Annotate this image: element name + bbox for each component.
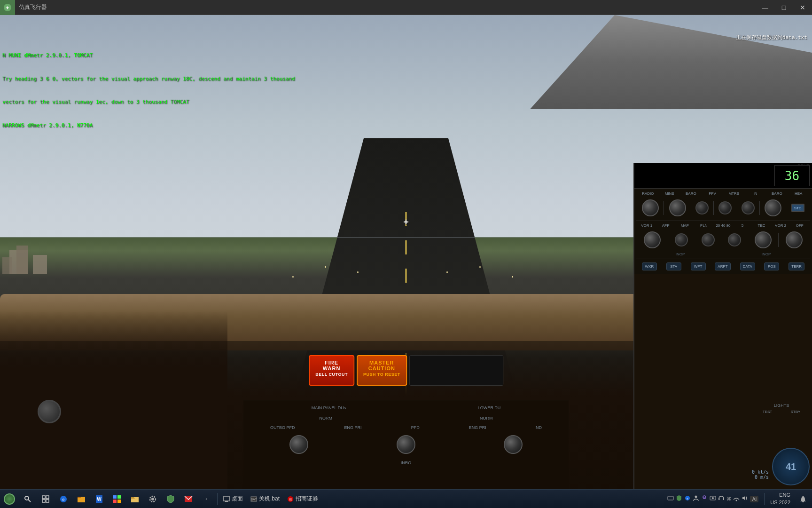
minimize-button[interactable]: — [756,0,774,15]
vor2-knob[interactable] [786,231,803,248]
edge-tray-icon[interactable]: e [684,495,691,503]
search-taskbar-button[interactable] [19,491,36,508]
lights-panel: LIGHTS TEST STBY [753,403,810,414]
desktop-app[interactable]: 桌面 [219,491,247,508]
fire-warn-button[interactable]: FIRE WARN BELL CUTOUT [309,355,354,386]
svg-rect-44 [718,498,720,500]
svg-rect-10 [42,500,45,502]
du-knob3[interactable] [504,435,523,454]
instrument-labels-row2: VOR 1 APP MAP PLN 20 40 80 5 TEC VOR 2 O… [636,222,810,229]
range-knob[interactable] [755,231,772,248]
app-title: 仿真飞行器 [19,3,756,11]
vor1-knob[interactable] [644,231,661,248]
buildings-scenery [0,222,141,293]
save-status: 正在保存磁盘数据到data.txt [736,34,807,41]
label-app: APP [659,223,673,228]
baro-knob[interactable] [695,201,709,214]
atc-msg-3: vectors for the visual runway 1ec, down … [2,98,295,106]
maximize-button[interactable]: □ [774,0,793,15]
compass-rose: 41 [772,448,810,485]
ai-button[interactable]: Ai [750,496,758,502]
network-icon[interactable] [733,495,740,503]
svg-rect-45 [723,498,725,500]
svg-rect-20 [113,500,117,503]
keyboard-icon[interactable] [667,495,674,503]
knobs-row2 [636,229,810,251]
std-btn[interactable]: STD [791,204,804,212]
start-menu-icon2[interactable] [109,491,125,508]
word-icon[interactable]: W [91,491,108,508]
speed-value1: 0 kt/s [752,469,769,475]
file-explorer-icon[interactable] [73,491,90,508]
svg-rect-21 [117,500,121,503]
fpv-knob[interactable] [718,201,732,214]
bat-app[interactable]: BAT 关机.bat [247,491,283,508]
svg-rect-11 [46,500,49,502]
data-button[interactable]: DATA [740,262,755,270]
svg-point-46 [736,500,737,501]
task-view-button[interactable] [37,491,54,508]
right-instrument-panel: COUR 36 RADIO MINS BARO FPV MTRS IN BARO… [633,163,812,508]
show-more-button[interactable]: › [198,491,215,508]
pfd-label: PFD [410,424,421,431]
arpt-button[interactable]: ARPT [715,262,730,270]
svg-text:招: 招 [289,498,292,501]
start-icon [4,493,15,505]
warning-display [409,355,503,386]
wxr-button[interactable]: WXR [642,262,657,270]
stocks-app[interactable]: 招 招商证券 [283,491,322,508]
close-button[interactable]: ✕ [793,0,812,15]
svg-rect-19 [117,495,121,499]
map-btn[interactable] [702,233,715,246]
main-knob[interactable] [38,400,61,423]
baro2-knob[interactable] [765,199,781,216]
course-value: 36 [785,169,799,183]
atc-msg-2: Try heading 3 6 0, vectors for the visua… [2,75,295,83]
volume-icon[interactable] [742,495,748,503]
notification-button[interactable] [795,491,812,508]
camera-icon[interactable] [710,495,716,503]
svg-rect-27 [224,496,229,501]
folder-icon[interactable] [126,491,143,508]
settings-icon[interactable] [144,491,161,508]
radio-knob[interactable] [642,199,659,216]
headset-icon[interactable] [718,495,725,503]
pln-btn[interactable] [728,233,741,246]
instrument-labels-row1: RADIO MINS BARO FPV MTRS IN BARO HEA [636,190,810,197]
nd-label: ND [534,424,543,431]
sta-button[interactable]: STA [666,262,681,270]
chat-icon[interactable]: ⋯ [701,495,708,503]
app-btn[interactable] [675,233,688,246]
nav-buttons-row: WXR STA WPT ARPT DATA POS TERR [636,261,810,272]
wpt-button[interactable]: WPT [691,262,706,270]
svg-text:✈: ✈ [6,6,9,10]
clock-display[interactable]: ENG US 2022 [766,492,794,506]
pos-button[interactable]: POS [764,262,779,270]
label-mtrs: MTRS [727,191,741,196]
du-knob1[interactable] [289,435,308,454]
edge-browser-icon[interactable]: e [55,491,72,508]
mail-icon[interactable] [180,491,197,508]
app-icon: ✈ [0,0,15,15]
shield-tray-icon[interactable] [676,495,682,503]
label-fpv: FPV [705,191,719,196]
terr-button[interactable]: TERR [789,262,804,270]
label-baro: BARO [684,191,698,196]
people-icon[interactable] [693,495,699,503]
security-icon[interactable] [162,491,179,508]
svg-point-39 [695,496,697,498]
label-mins: MINS [663,191,677,196]
speed-indicator: 0 kt/s 0 m/s [752,469,769,480]
test-label: TEST [763,410,772,414]
master-caution-bottom: PUSH TO RESET [363,372,400,377]
inop-label-left: INOP [673,252,687,256]
bat-label: 关机.bat [259,495,280,503]
mtrs-knob[interactable] [742,201,755,214]
start-button[interactable] [0,490,19,508]
bluetooth-icon[interactable]: ⌘ [726,496,731,501]
du-knob2[interactable] [397,435,415,454]
fire-warn-top: FIRE [315,360,348,365]
master-caution-button[interactable]: MASTER CAUTION PUSH TO RESET [357,355,407,386]
svg-rect-3 [16,246,28,274]
mins-knob[interactable] [669,199,686,216]
